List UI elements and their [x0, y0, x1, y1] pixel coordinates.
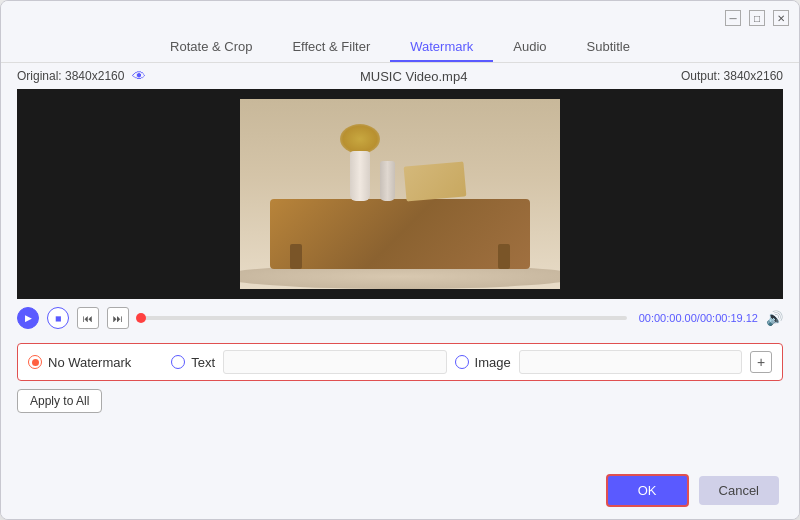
text-watermark-option[interactable]: Text: [171, 355, 215, 370]
apply-section: Apply to All: [17, 389, 783, 413]
file-name: MUSIC Video.mp4: [146, 69, 680, 84]
video-frame: [240, 99, 560, 289]
text-watermark-radio[interactable]: [171, 355, 185, 369]
book-object: [404, 161, 467, 201]
stop-button[interactable]: ◼: [47, 307, 69, 329]
image-watermark-radio[interactable]: [455, 355, 469, 369]
image-watermark-option[interactable]: Image: [455, 355, 511, 370]
apply-to-all-button[interactable]: Apply to All: [17, 389, 102, 413]
text-watermark-input[interactable]: [223, 350, 446, 374]
text-watermark-label: Text: [191, 355, 215, 370]
next-frame-button[interactable]: ⏭: [107, 307, 129, 329]
footer-bar: OK Cancel: [1, 462, 799, 519]
scene-background: [240, 99, 560, 289]
no-watermark-radio[interactable]: [28, 355, 42, 369]
tab-effect-filter[interactable]: Effect & Filter: [272, 33, 390, 62]
progress-bar[interactable]: [141, 316, 627, 320]
info-bar: Original: 3840x2160 👁 MUSIC Video.mp4 Ou…: [1, 63, 799, 89]
tab-audio[interactable]: Audio: [493, 33, 566, 62]
vase-short: [380, 161, 395, 201]
play-button[interactable]: ▶: [17, 307, 39, 329]
window-controls: ─ □ ✕: [725, 10, 789, 26]
title-bar: ─ □ ✕: [1, 1, 799, 29]
table-leg-right: [498, 244, 510, 269]
image-watermark-input[interactable]: [519, 350, 742, 374]
prev-frame-button[interactable]: ⏮: [77, 307, 99, 329]
original-info: Original: 3840x2160 👁: [17, 68, 146, 84]
no-watermark-radio-dot: [32, 359, 39, 366]
video-preview-area: [17, 89, 783, 299]
tab-watermark[interactable]: Watermark: [390, 33, 493, 62]
watermark-options-bar: No Watermark Text Image +: [17, 343, 783, 381]
tab-subtitle[interactable]: Subtitle: [567, 33, 650, 62]
vase-tall: [350, 151, 370, 201]
table-leg-left: [290, 244, 302, 269]
cancel-button[interactable]: Cancel: [699, 476, 779, 505]
ok-button[interactable]: OK: [606, 474, 689, 507]
time-display: 00:00:00.00/00:00:19.12: [639, 312, 758, 324]
volume-icon[interactable]: 🔊: [766, 310, 783, 326]
watermark-section: No Watermark Text Image +: [17, 343, 783, 381]
image-watermark-label: Image: [475, 355, 511, 370]
table-object: [270, 199, 530, 269]
no-watermark-option[interactable]: No Watermark: [28, 355, 131, 370]
original-label: Original: 3840x2160: [17, 69, 124, 83]
maximize-button[interactable]: □: [749, 10, 765, 26]
main-window: ─ □ ✕ Rotate & Crop Effect & Filter Wate…: [0, 0, 800, 520]
minimize-button[interactable]: ─: [725, 10, 741, 26]
output-label: Output: 3840x2160: [681, 69, 783, 83]
plant-decoration: [340, 124, 380, 154]
tab-rotate-crop[interactable]: Rotate & Crop: [150, 33, 272, 62]
close-button[interactable]: ✕: [773, 10, 789, 26]
no-watermark-label: No Watermark: [48, 355, 131, 370]
eye-icon[interactable]: 👁: [132, 68, 146, 84]
progress-indicator: [136, 313, 146, 323]
tab-bar: Rotate & Crop Effect & Filter Watermark …: [1, 29, 799, 63]
playback-controls: ▶ ◼ ⏮ ⏭ 00:00:00.00/00:00:19.12 🔊: [1, 299, 799, 337]
add-watermark-button[interactable]: +: [750, 351, 772, 373]
